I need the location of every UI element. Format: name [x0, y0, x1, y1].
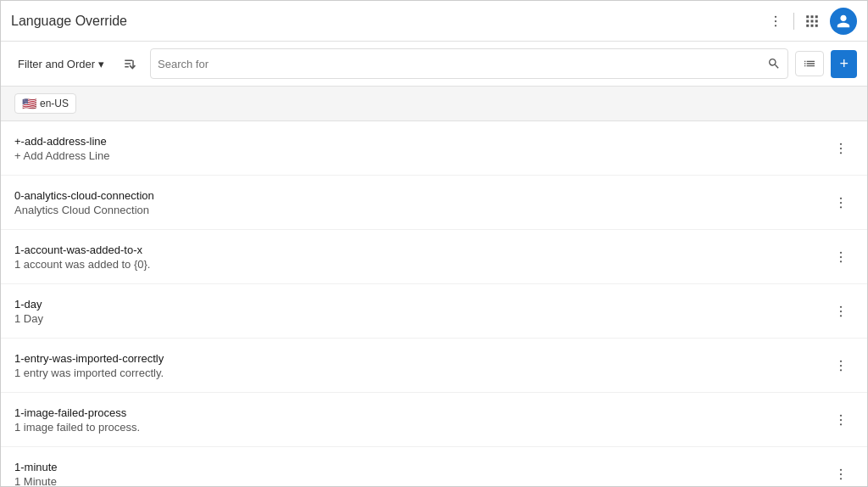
svg-point-32 — [840, 478, 842, 479]
svg-point-22 — [840, 310, 842, 311]
svg-point-27 — [840, 414, 842, 416]
svg-point-0 — [775, 15, 776, 17]
svg-rect-4 — [811, 15, 814, 18]
locale-flag: 🇺🇸 — [22, 97, 36, 110]
svg-rect-5 — [815, 15, 818, 18]
svg-point-21 — [840, 305, 842, 307]
svg-point-23 — [840, 315, 842, 316]
filter-order-button[interactable]: Filter and Order ▾ — [11, 53, 111, 76]
header: Language Override — [1, 1, 867, 42]
header-divider — [793, 13, 794, 30]
svg-rect-9 — [806, 24, 809, 26]
svg-point-2 — [775, 25, 776, 26]
item-menu-button[interactable] — [828, 137, 854, 160]
list-item: 1-account-was-added-to-x1 account was ad… — [1, 230, 867, 284]
svg-point-29 — [840, 423, 842, 425]
svg-point-17 — [840, 206, 842, 208]
list-item-value: 1 entry was imported correctly. — [14, 367, 164, 379]
search-input[interactable] — [158, 58, 767, 70]
search-bar — [150, 48, 788, 79]
list-item: 1-day1 Day — [1, 284, 867, 339]
svg-point-1 — [775, 20, 776, 21]
list-item-key: 1-minute — [14, 461, 58, 473]
list-container: +-add-address-line+ Add Address Line 0-a… — [1, 121, 867, 486]
list-item-key: 1-day — [14, 298, 43, 311]
list-item-key: 1-image-failed-process — [14, 406, 140, 419]
svg-point-26 — [840, 369, 842, 371]
locale-banner: 🇺🇸 en-US — [1, 87, 867, 121]
svg-point-12 — [840, 143, 842, 144]
svg-rect-11 — [815, 24, 818, 26]
svg-point-24 — [840, 360, 842, 361]
app-container: Language Override — [0, 0, 868, 487]
list-item: 1-entry-was-imported-correctly1 entry wa… — [1, 339, 867, 393]
more-vert-button[interactable] — [765, 10, 787, 32]
svg-rect-6 — [806, 20, 809, 22]
add-label: + — [839, 55, 849, 73]
svg-rect-10 — [811, 24, 814, 26]
item-menu-button[interactable] — [828, 192, 854, 214]
list-item: 1-minute1 Minute — [1, 447, 867, 486]
svg-point-16 — [840, 201, 842, 203]
item-menu-button[interactable] — [828, 246, 854, 268]
item-menu-button[interactable] — [828, 355, 854, 377]
search-button[interactable] — [767, 57, 781, 70]
list-item-content: 1-minute1 Minute — [14, 461, 58, 487]
list-item-key: 1-entry-was-imported-correctly — [14, 352, 164, 365]
list-item: +-add-address-line+ Add Address Line — [1, 121, 867, 176]
list-item-value: 1 image failed to process. — [14, 421, 140, 434]
grid-button[interactable] — [801, 10, 823, 32]
item-menu-button[interactable] — [828, 463, 854, 485]
list-item-value: 1 Day — [14, 312, 43, 325]
list-item: 0-analytics-cloud-connectionAnalytics Cl… — [1, 176, 867, 230]
list-item-key: +-add-address-line — [14, 135, 109, 148]
list-item-value: 1 Minute — [14, 475, 58, 487]
list-item-value: 1 account was added to {0}. — [14, 258, 150, 271]
svg-point-28 — [840, 418, 842, 420]
list-item-value: Analytics Cloud Connection — [14, 204, 154, 216]
svg-rect-3 — [806, 15, 809, 18]
list-item-content: 1-account-was-added-to-x1 account was ad… — [14, 244, 150, 271]
svg-rect-8 — [815, 20, 818, 22]
svg-point-31 — [840, 473, 842, 474]
page-title: Language Override — [11, 14, 127, 29]
svg-point-18 — [840, 251, 842, 253]
svg-point-19 — [840, 255, 842, 257]
svg-point-20 — [840, 260, 842, 262]
svg-point-30 — [840, 468, 842, 470]
item-menu-button[interactable] — [828, 409, 854, 431]
list-item-value: + Add Address Line — [14, 149, 109, 162]
svg-point-13 — [840, 147, 842, 148]
svg-point-15 — [840, 197, 842, 199]
svg-point-14 — [840, 152, 842, 154]
list-view-button[interactable] — [795, 51, 824, 76]
toolbar: Filter and Order ▾ + — [1, 42, 867, 87]
filter-dropdown-arrow: ▾ — [98, 58, 104, 70]
svg-point-25 — [840, 364, 842, 366]
list-item: 1-image-failed-process1 image failed to … — [1, 393, 867, 447]
list-item-key: 1-account-was-added-to-x — [14, 244, 150, 256]
add-button[interactable]: + — [831, 50, 857, 78]
list-item-content: 1-day1 Day — [14, 298, 43, 325]
locale-code: en-US — [40, 98, 69, 109]
header-actions — [765, 8, 857, 35]
item-menu-button[interactable] — [828, 300, 854, 322]
list-item-content: +-add-address-line+ Add Address Line — [14, 135, 109, 162]
avatar[interactable] — [830, 8, 857, 35]
list-item-content: 0-analytics-cloud-connectionAnalytics Cl… — [14, 189, 154, 216]
locale-badge[interactable]: 🇺🇸 en-US — [14, 93, 76, 114]
sort-button[interactable] — [118, 51, 143, 76]
svg-rect-7 — [811, 20, 814, 22]
list-item-content: 1-entry-was-imported-correctly1 entry wa… — [14, 352, 164, 379]
list-item-content: 1-image-failed-process1 image failed to … — [14, 406, 140, 434]
list-item-key: 0-analytics-cloud-connection — [14, 189, 154, 202]
filter-order-label: Filter and Order — [18, 58, 95, 70]
